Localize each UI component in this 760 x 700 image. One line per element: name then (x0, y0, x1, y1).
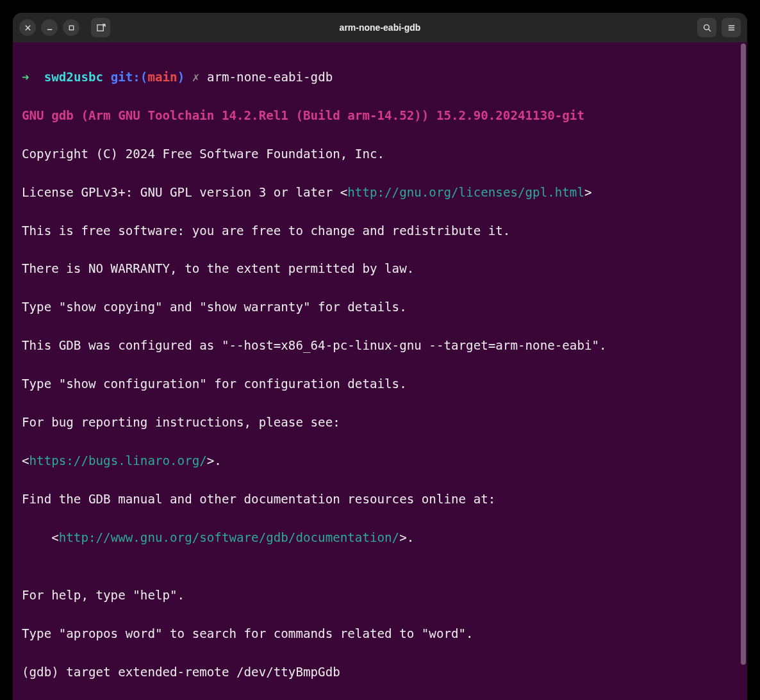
gdb-cmd-target: (gdb) target extended-remote /dev/ttyBmp… (22, 663, 738, 682)
show-configuration-line: Type "show configuration" for configurat… (22, 375, 738, 394)
git-branch: main (147, 70, 177, 85)
titlebar-left-controls (19, 18, 110, 37)
license-url[interactable]: http://gnu.org/licenses/gpl.html (347, 185, 584, 200)
scrollbar-thumb[interactable] (741, 44, 746, 665)
prompt-dir: swd2usbc (44, 70, 103, 85)
bugs-url[interactable]: https://bugs.linaro.org/ (29, 453, 207, 468)
svg-rect-1 (97, 24, 103, 30)
manual-line: Find the GDB manual and other documentat… (22, 490, 738, 509)
minimize-button[interactable] (41, 19, 58, 36)
maximize-button[interactable] (63, 19, 79, 36)
git-suffix: ) (178, 70, 185, 85)
manual-url-line: <http://www.gnu.org/software/gdb/documen… (22, 528, 738, 548)
copyright-line: Copyright (C) 2024 Free Software Foundat… (22, 145, 738, 164)
search-icon (702, 23, 712, 33)
terminal-window: arm-none-eabi-gdb ➜ swd2usbc git:(main) … (13, 13, 747, 700)
prompt-arrow: ➜ (22, 70, 29, 85)
git-prefix: git:( (111, 70, 148, 85)
prompt-x: ✗ (192, 70, 200, 85)
scrollbar[interactable] (739, 42, 746, 700)
terminal-content[interactable]: ➜ swd2usbc git:(main) ✗ arm-none-eabi-gd… (13, 42, 747, 700)
minimize-icon (46, 24, 53, 31)
new-tab-button[interactable] (91, 18, 110, 37)
close-button[interactable] (19, 19, 36, 36)
help-line: For help, type "help". (22, 586, 738, 605)
window-title: arm-none-eabi-gdb (13, 22, 747, 33)
search-button[interactable] (697, 18, 716, 37)
manual-url[interactable]: http://www.gnu.org/software/gdb/document… (59, 530, 399, 545)
typed-command: arm-none-eabi-gdb (207, 70, 333, 85)
menu-button[interactable] (722, 18, 741, 37)
bug-url-line: <https://bugs.linaro.org/>. (22, 452, 738, 471)
bug-report-line: For bug reporting instructions, please s… (22, 413, 738, 432)
close-icon (24, 24, 31, 31)
svg-rect-0 (69, 26, 73, 29)
free-software-2: There is NO WARRANTY, to the extent perm… (22, 259, 738, 279)
svg-point-2 (704, 24, 709, 29)
titlebar[interactable]: arm-none-eabi-gdb (13, 13, 747, 42)
new-tab-icon (96, 23, 106, 33)
gdb-banner: GNU gdb (Arm GNU Toolchain 14.2.Rel1 (Bu… (22, 106, 738, 126)
license-line: License GPLv3+: GNU GPL version 3 or lat… (22, 183, 738, 202)
prompt-line: ➜ swd2usbc git:(main) ✗ arm-none-eabi-gd… (22, 68, 738, 87)
apropos-line: Type "apropos word" to search for comman… (22, 624, 738, 644)
maximize-icon (68, 24, 75, 31)
hamburger-icon (727, 23, 736, 33)
configured-line: This GDB was configured as "--host=x86_6… (22, 336, 738, 355)
show-copying-line: Type "show copying" and "show warranty" … (22, 298, 738, 317)
titlebar-right-controls (697, 18, 741, 37)
free-software-1: This is free software: you are free to c… (22, 222, 738, 241)
